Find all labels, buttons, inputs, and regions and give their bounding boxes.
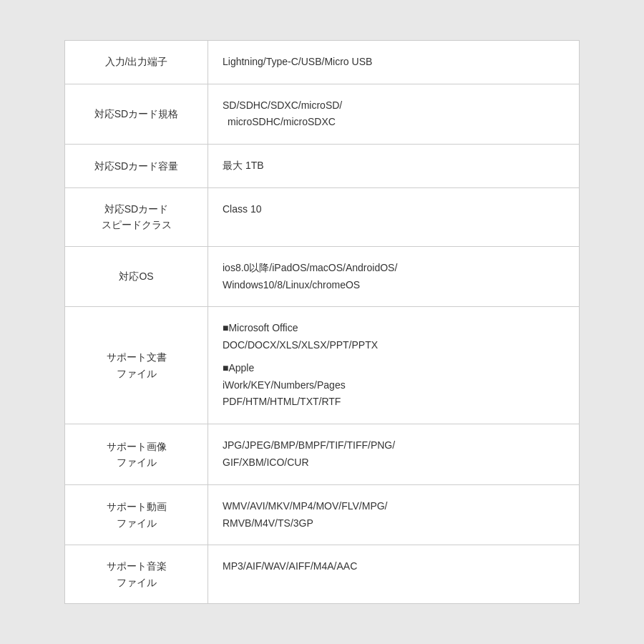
spec-table: 入力/出力端子 Lightning/Type-C/USB/Micro USB 対… <box>64 40 580 605</box>
value-doc-files: ■Microsoft OfficeDOC/DOCX/XLS/XLSX/PPT/P… <box>208 307 579 424</box>
table-row: 対応OS ios8.0以降/iPadOS/macOS/AndroidOS/Win… <box>65 247 579 308</box>
table-row: サポート動画ファイル WMV/AVI/MKV/MP4/MOV/FLV/MPG/R… <box>65 485 579 546</box>
label-image-files: サポート画像ファイル <box>65 424 208 484</box>
label-io-ports: 入力/出力端子 <box>65 41 208 84</box>
table-row: 対応SDカードスピードクラス Class 10 <box>65 188 579 247</box>
value-os: ios8.0以降/iPadOS/macOS/AndroidOS/Windows1… <box>208 247 579 307</box>
table-row: サポート文書ファイル ■Microsoft OfficeDOC/DOCX/XLS… <box>65 307 579 424</box>
label-sd-format: 対応SDカード規格 <box>65 84 208 145</box>
table-row: サポート画像ファイル JPG/JPEG/BMP/BMPF/TIF/TIFF/PN… <box>65 424 579 485</box>
table-row: 入力/出力端子 Lightning/Type-C/USB/Micro USB <box>65 41 579 84</box>
value-audio-files: MP3/AIF/WAV/AIFF/M4A/AAC <box>208 545 579 603</box>
table-row: 対応SDカード規格 SD/SDHC/SDXC/microSD/ microSDH… <box>65 84 579 145</box>
table-row: サポート音楽ファイル MP3/AIF/WAV/AIFF/M4A/AAC <box>65 545 579 603</box>
value-video-files: WMV/AVI/MKV/MP4/MOV/FLV/MPG/RMVB/M4V/TS/… <box>208 485 579 545</box>
label-sd-capacity: 対応SDカード容量 <box>65 145 208 187</box>
table-row: 対応SDカード容量 最大 1TB <box>65 145 579 188</box>
label-sd-speed: 対応SDカードスピードクラス <box>65 188 208 246</box>
label-os: 対応OS <box>65 247 208 307</box>
value-sd-format: SD/SDHC/SDXC/microSD/ microSDHC/microSDX… <box>208 84 579 145</box>
value-io-ports: Lightning/Type-C/USB/Micro USB <box>208 41 579 84</box>
value-sd-capacity: 最大 1TB <box>208 145 579 187</box>
label-audio-files: サポート音楽ファイル <box>65 545 208 603</box>
value-image-files: JPG/JPEG/BMP/BMPF/TIF/TIFF/PNG/GIF/XBM/I… <box>208 424 579 484</box>
label-doc-files: サポート文書ファイル <box>65 307 208 424</box>
value-sd-speed: Class 10 <box>208 188 579 246</box>
label-video-files: サポート動画ファイル <box>65 485 208 545</box>
